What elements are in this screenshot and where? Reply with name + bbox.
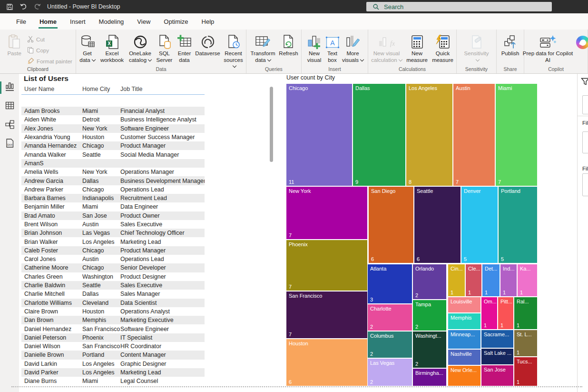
- sidebar-item-table-view[interactable]: [0, 97, 19, 116]
- treemap-tile-los-angeles[interactable]: Los Angeles8: [406, 84, 452, 186]
- new-visual-button[interactable]: Newvisual: [305, 32, 324, 63]
- treemap-tile-cle[interactable]: Cle...1: [466, 264, 481, 296]
- menu-item-insert[interactable]: Insert: [63, 13, 92, 30]
- table-row[interactable]: Brian WalkerLos AngelesMarketing Lead: [21, 237, 205, 246]
- treemap-tile-dallas[interactable]: Dallas9: [353, 84, 405, 186]
- copilot-button[interactable]: [575, 32, 588, 50]
- table-row[interactable]: Amanda HernandezChicagoProduct Manager: [21, 141, 205, 150]
- table-row[interactable]: David LarkinLos AngelesGraphic Designer: [21, 360, 205, 368]
- table-row[interactable]: Aiden WhiteDetroitBusiness Intelligence …: [21, 115, 205, 124]
- table-row[interactable]: Daniel HernandezSan FranciscoSoftware En…: [21, 324, 205, 333]
- table-row[interactable]: David ParkerLos AngelesMarketing Lead: [21, 368, 205, 377]
- dataverse-button[interactable]: Dataverse: [194, 32, 222, 57]
- table-row[interactable]: Benjamin MillerMiamiData Engineer: [21, 202, 205, 211]
- filter-card[interactable]: [582, 173, 588, 196]
- menu-item-modeling[interactable]: Modeling: [92, 13, 131, 30]
- treemap-tile-tucs[interactable]: Tucs...1: [514, 357, 537, 386]
- treemap-tile-seattle[interactable]: Seattle6: [414, 187, 461, 263]
- menu-item-optimize[interactable]: Optimize: [157, 13, 195, 30]
- table-row[interactable]: Daniel WilsonSan FranciscoHR Coordinator: [21, 342, 205, 351]
- treemap-tile-houston[interactable]: Houston6: [286, 339, 367, 386]
- treemap-tile-birmingha[interactable]: Birmingha...: [413, 369, 446, 386]
- redo-icon[interactable]: [34, 3, 41, 10]
- menu-item-home[interactable]: Home: [33, 13, 63, 30]
- treemap-tile-det[interactable]: Det...1: [482, 264, 500, 296]
- table-row[interactable]: Dan BrownMemphisMarketing Executive: [21, 316, 205, 324]
- text-box-button[interactable]: ATextbox: [324, 32, 341, 63]
- column-header[interactable]: Job Title: [120, 86, 205, 92]
- table-row[interactable]: Charles GreenWashingtonProduct Designer: [21, 272, 205, 281]
- filters-search-box[interactable]: [582, 95, 588, 114]
- treemap-tile-charlotte[interactable]: Charlotte2: [368, 304, 412, 331]
- sidebar-item-dax-query-view[interactable]: DAX: [0, 135, 19, 154]
- treemap-tile-st-l[interactable]: St. L...1: [514, 330, 537, 356]
- treemap-tile-denver[interactable]: Denver5: [461, 187, 498, 263]
- treemap-tile-orlando[interactable]: Orlando2: [413, 264, 446, 299]
- table-row[interactable]: AmanS: [21, 159, 205, 168]
- onelake-catalog-button[interactable]: OneLakecatalog: [127, 32, 154, 63]
- filter-funnel-icon[interactable]: [581, 77, 588, 88]
- prep-data-for-copilot-ai-button[interactable]: Prep data for CopilotAI: [521, 32, 575, 63]
- treemap-tile-pitt[interactable]: Pitt...1: [498, 297, 513, 329]
- treemap-tile-san-jose[interactable]: San Jose: [481, 365, 513, 386]
- column-header[interactable]: Home City: [82, 86, 120, 92]
- table-row[interactable]: Charlotte WilliamsClevelandData Scientis…: [21, 299, 205, 307]
- table-row[interactable]: Caleb FosterChicagoProduct Manager: [21, 246, 205, 255]
- treemap-tile-nashville[interactable]: Nashville: [448, 350, 480, 365]
- table-row[interactable]: Danielle BrownPortlandContent Manager: [21, 351, 205, 359]
- treemap-tile-las-vegas[interactable]: Las Vegas2: [368, 359, 412, 386]
- get-data-button[interactable]: Getdata: [77, 32, 98, 63]
- table-row[interactable]: Charlie BaldwinSeattleSales Executive: [21, 281, 205, 290]
- table-row[interactable]: Claire BrownHoustonOperations Analyst: [21, 307, 205, 316]
- table-row[interactable]: Adam BrooksMiamiFinancial Analyst: [21, 107, 205, 115]
- publish-button[interactable]: Publish: [499, 32, 522, 57]
- table-row[interactable]: Diane BurnsMiamiLegal Counsel: [21, 377, 205, 385]
- filter-card[interactable]: [582, 131, 588, 153]
- treemap-tile-minneap[interactable]: Minneap...: [448, 330, 480, 349]
- treemap-tile-sacrame[interactable]: Sacrame...: [481, 330, 513, 348]
- treemap-tile-salt-lake[interactable]: Salt Lake ...: [481, 349, 513, 364]
- sidebar-item-report-view[interactable]: [0, 78, 19, 97]
- treemap-tile-miami[interactable]: Miami7: [496, 84, 537, 186]
- menu-item-view[interactable]: View: [130, 13, 157, 30]
- treemap-tile-louisville[interactable]: Louisville: [448, 297, 480, 312]
- treemap-tile-columbus[interactable]: Columbus2: [368, 332, 412, 358]
- treemap-tile-atlanta[interactable]: Atlanta3: [368, 264, 412, 303]
- table-row[interactable]: Brian JohnsonLas VegasChief Technology O…: [21, 229, 205, 237]
- treemap-tile-austin[interactable]: Austin7: [453, 84, 495, 186]
- treemap-tile-san-diego[interactable]: San Diego6: [369, 187, 413, 263]
- new-measure-button[interactable]: Newmeasure: [404, 32, 430, 63]
- transform-data-button[interactable]: Transformdata: [248, 32, 278, 63]
- table-row[interactable]: Alexandria YoungHoustonCustomer Success …: [21, 133, 205, 141]
- treemap-tile-om[interactable]: Om...1: [481, 297, 497, 329]
- table-row[interactable]: Carol JonesAustinOperations Lead: [21, 255, 205, 263]
- table-row[interactable]: Alex JonesNew YorkSoftware Engineer: [21, 124, 205, 133]
- table-row[interactable]: Amelia WellsNew YorkOperations Manager: [21, 168, 205, 176]
- sql-server-button[interactable]: SQLServer: [154, 32, 175, 63]
- menu-item-file[interactable]: File: [10, 13, 33, 30]
- quick-measure-button[interactable]: Quickmeasure: [430, 32, 456, 63]
- table-row[interactable]: Andrew GarciaDallasBusiness Development …: [21, 176, 205, 185]
- treemap-tile-ral[interactable]: Ral...1: [514, 297, 537, 329]
- more-visuals-button[interactable]: Morevisuals: [341, 32, 365, 63]
- treemap-tile-chicago[interactable]: Chicago11: [286, 84, 352, 186]
- table-row[interactable]: Brent WilsonAustinSales Executive: [21, 220, 205, 229]
- treemap-tile-ka[interactable]: Ka...1: [518, 264, 537, 296]
- menu-item-help[interactable]: Help: [195, 13, 221, 30]
- table-row[interactable]: Charlie MitchellDallasSales Manager: [21, 290, 205, 298]
- treemap-tile-portland[interactable]: Portland5: [499, 187, 537, 263]
- recent-sources-button[interactable]: Recentsources: [222, 32, 245, 70]
- column-header[interactable]: User Name: [24, 86, 82, 92]
- table-row[interactable]: Daniel PetersonPhoenixIT Specialist: [21, 333, 205, 342]
- treemap-tile-new-orle[interactable]: New Orle...: [448, 366, 480, 386]
- sidebar-item-model-view[interactable]: [0, 116, 19, 135]
- treemap-tile-washingt[interactable]: Washingt...2: [413, 332, 446, 368]
- treemap-tile-phoenix[interactable]: Phoenix7: [286, 240, 367, 291]
- treemap-tile-cin[interactable]: Cin...1: [448, 264, 465, 296]
- table-scrollbar[interactable]: [270, 87, 273, 162]
- excel-workbook-button[interactable]: XExcelworkbook: [98, 32, 127, 63]
- treemap-tile-san-francisco[interactable]: San Francisco7: [286, 291, 367, 338]
- undo-icon[interactable]: [20, 3, 27, 10]
- treemap-tile-memphis[interactable]: Memphis: [448, 313, 480, 329]
- search-input[interactable]: Search: [366, 2, 552, 11]
